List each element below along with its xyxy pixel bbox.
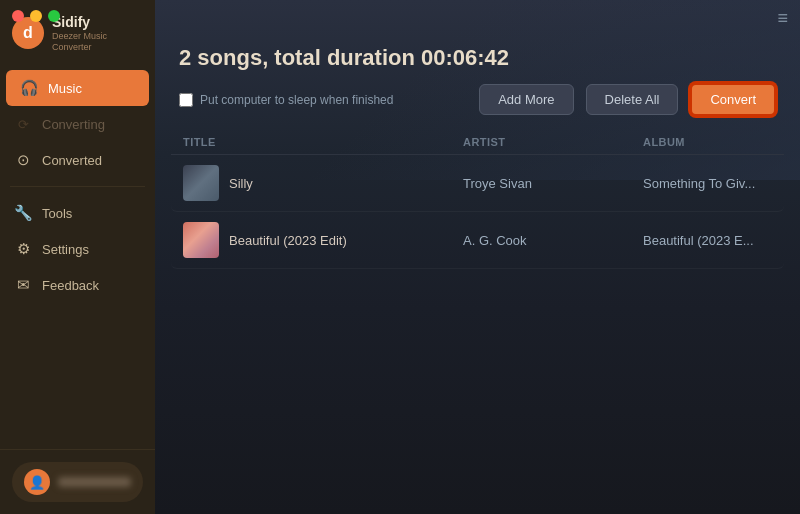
action-bar: Put computer to sleep when finished Add …	[155, 83, 800, 130]
feedback-icon: ✉	[14, 276, 32, 294]
sidebar-item-converting: ⟳ Converting	[0, 106, 155, 142]
sidebar-item-converted[interactable]: ⊙ Converted	[0, 142, 155, 178]
delete-all-button[interactable]: Delete All	[586, 84, 679, 115]
track-title: Beautiful (2023 Edit)	[229, 233, 347, 248]
track-artist: A. G. Cook	[463, 233, 643, 248]
table-header: TITLE ARTIST ALBUM DURATION	[171, 130, 784, 155]
avatar: 👤	[24, 469, 50, 495]
content-header: 2 songs, total duration 00:06:42	[155, 29, 800, 83]
main-content-area: ≡ 2 songs, total duration 00:06:42 Put c…	[155, 0, 800, 514]
sidebar-item-feedback[interactable]: ✉ Feedback	[0, 267, 155, 303]
main-content: ≡ 2 songs, total duration 00:06:42 Put c…	[155, 0, 800, 514]
app-name: Sidify	[52, 14, 143, 31]
convert-button[interactable]: Convert	[690, 83, 776, 116]
track-cell: Beautiful (2023 Edit)	[183, 222, 463, 258]
maximize-button[interactable]	[48, 10, 60, 22]
tools-icon: 🔧	[14, 204, 32, 222]
track-album: Beautiful (2023 E...	[643, 233, 800, 248]
sidebar-item-settings[interactable]: ⚙ Settings	[0, 231, 155, 267]
track-thumbnail	[183, 222, 219, 258]
track-artist: Troye Sivan	[463, 176, 643, 191]
nav-separator	[10, 186, 145, 187]
add-more-button[interactable]: Add More	[479, 84, 573, 115]
menu-icon[interactable]: ≡	[777, 8, 788, 29]
window-controls	[12, 10, 60, 22]
sidebar-nav: 🎧 Music ⟳ Converting ⊙ Converted 🔧 Tools…	[0, 70, 155, 449]
converted-icon: ⊙	[14, 151, 32, 169]
converting-icon: ⟳	[14, 115, 32, 133]
close-button[interactable]	[12, 10, 24, 22]
sidebar-bottom: 👤	[0, 449, 155, 514]
col-title: TITLE	[183, 136, 463, 148]
window-bar: ≡	[155, 0, 800, 29]
track-title: Silly	[229, 176, 253, 191]
settings-icon: ⚙	[14, 240, 32, 258]
col-artist: ARTIST	[463, 136, 643, 148]
table-row[interactable]: Silly Troye Sivan Something To Giv... 03…	[171, 155, 784, 212]
songs-table: TITLE ARTIST ALBUM DURATION Silly Troye …	[155, 130, 800, 514]
sleep-checkbox[interactable]	[179, 93, 193, 107]
table-row[interactable]: Beautiful (2023 Edit) A. G. Cook Beautif…	[171, 212, 784, 269]
user-name	[58, 477, 131, 487]
total-duration: 2 songs, total duration 00:06:42	[179, 45, 776, 71]
sleep-label: Put computer to sleep when finished	[200, 93, 393, 107]
headphones-icon: 🎧	[20, 79, 38, 97]
sidebar-item-music[interactable]: 🎧 Music	[6, 70, 149, 106]
track-thumbnail	[183, 165, 219, 201]
minimize-button[interactable]	[30, 10, 42, 22]
app-subtitle: Deezer Music Converter	[52, 31, 143, 53]
track-album: Something To Giv...	[643, 176, 800, 191]
track-cell: Silly	[183, 165, 463, 201]
sidebar: d Sidify Deezer Music Converter 🎧 Music …	[0, 0, 155, 514]
app-name-block: Sidify Deezer Music Converter	[52, 14, 143, 52]
col-album: ALBUM	[643, 136, 800, 148]
sidebar-item-tools[interactable]: 🔧 Tools	[0, 195, 155, 231]
user-profile[interactable]: 👤	[12, 462, 143, 502]
sleep-option: Put computer to sleep when finished	[179, 93, 467, 107]
